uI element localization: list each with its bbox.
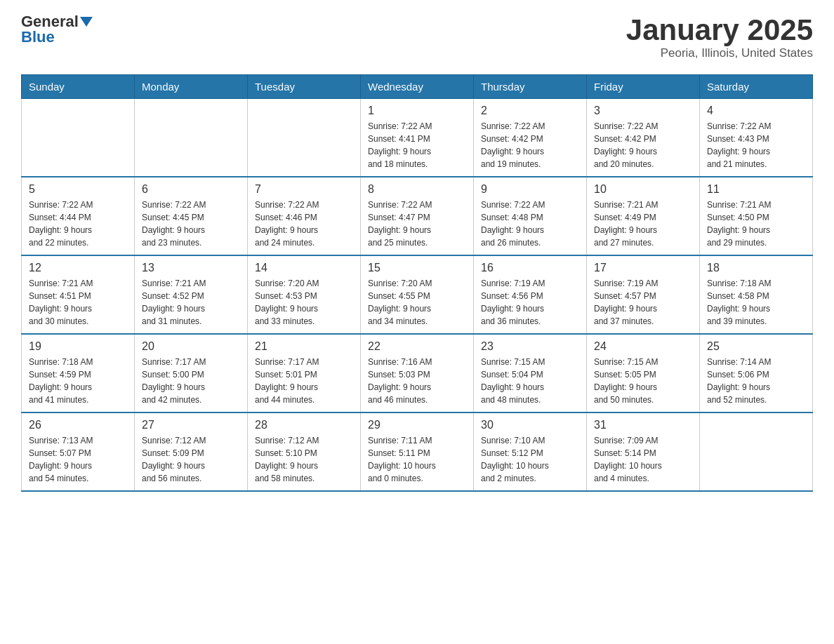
calendar-cell: 12Sunrise: 7:21 AMSunset: 4:51 PMDayligh… — [22, 255, 135, 334]
day-number: 20 — [142, 340, 240, 353]
day-info: Sunrise: 7:12 AMSunset: 5:09 PMDaylight:… — [142, 434, 240, 485]
day-number: 16 — [481, 262, 579, 274]
calendar-cell: 13Sunrise: 7:21 AMSunset: 4:52 PMDayligh… — [135, 255, 248, 334]
day-number: 17 — [594, 262, 692, 274]
day-number: 13 — [142, 262, 240, 274]
header-cell-wednesday: Wednesday — [361, 75, 474, 99]
calendar-cell: 28Sunrise: 7:12 AMSunset: 5:10 PMDayligh… — [248, 412, 361, 491]
calendar-cell: 25Sunrise: 7:14 AMSunset: 5:06 PMDayligh… — [700, 334, 813, 412]
logo: General Blue — [21, 14, 93, 45]
calendar-cell: 1Sunrise: 7:22 AMSunset: 4:41 PMDaylight… — [361, 99, 474, 177]
day-info: Sunrise: 7:10 AMSunset: 5:12 PMDaylight:… — [481, 434, 579, 485]
day-number: 3 — [594, 105, 692, 117]
calendar-cell: 21Sunrise: 7:17 AMSunset: 5:01 PMDayligh… — [248, 334, 361, 412]
day-number: 6 — [142, 183, 240, 196]
day-number: 27 — [142, 419, 240, 431]
calendar-table: SundayMondayTuesdayWednesdayThursdayFrid… — [21, 74, 813, 492]
day-number: 24 — [594, 340, 692, 353]
day-number: 2 — [481, 105, 579, 117]
calendar-cell — [135, 99, 248, 177]
calendar-cell: 16Sunrise: 7:19 AMSunset: 4:56 PMDayligh… — [474, 255, 587, 334]
calendar-cell: 6Sunrise: 7:22 AMSunset: 4:45 PMDaylight… — [135, 177, 248, 255]
header-row: SundayMondayTuesdayWednesdayThursdayFrid… — [22, 75, 813, 99]
day-info: Sunrise: 7:19 AMSunset: 4:56 PMDaylight:… — [481, 277, 579, 328]
calendar-week-row: 5Sunrise: 7:22 AMSunset: 4:44 PMDaylight… — [22, 177, 813, 255]
calendar-cell: 31Sunrise: 7:09 AMSunset: 5:14 PMDayligh… — [587, 412, 700, 491]
day-info: Sunrise: 7:22 AMSunset: 4:48 PMDaylight:… — [481, 199, 579, 249]
page-title: January 2025 — [626, 14, 813, 46]
header-cell-sunday: Sunday — [22, 75, 135, 99]
header-cell-saturday: Saturday — [700, 75, 813, 99]
calendar-week-row: 26Sunrise: 7:13 AMSunset: 5:07 PMDayligh… — [22, 412, 813, 491]
day-info: Sunrise: 7:20 AMSunset: 4:53 PMDaylight:… — [255, 277, 353, 328]
calendar-cell: 5Sunrise: 7:22 AMSunset: 4:44 PMDaylight… — [22, 177, 135, 255]
day-info: Sunrise: 7:22 AMSunset: 4:46 PMDaylight:… — [255, 199, 353, 249]
calendar-cell: 11Sunrise: 7:21 AMSunset: 4:50 PMDayligh… — [700, 177, 813, 255]
day-info: Sunrise: 7:17 AMSunset: 5:01 PMDaylight:… — [255, 356, 353, 406]
day-info: Sunrise: 7:18 AMSunset: 4:59 PMDaylight:… — [29, 356, 127, 406]
calendar-cell: 14Sunrise: 7:20 AMSunset: 4:53 PMDayligh… — [248, 255, 361, 334]
calendar-cell: 18Sunrise: 7:18 AMSunset: 4:58 PMDayligh… — [700, 255, 813, 334]
day-number: 8 — [368, 183, 466, 196]
day-info: Sunrise: 7:16 AMSunset: 5:03 PMDaylight:… — [368, 356, 466, 406]
calendar-cell: 9Sunrise: 7:22 AMSunset: 4:48 PMDaylight… — [474, 177, 587, 255]
day-number: 19 — [29, 340, 127, 353]
calendar-cell: 17Sunrise: 7:19 AMSunset: 4:57 PMDayligh… — [587, 255, 700, 334]
day-info: Sunrise: 7:13 AMSunset: 5:07 PMDaylight:… — [29, 434, 127, 485]
title-block: January 2025 Peoria, Illinois, United St… — [626, 14, 813, 60]
calendar-cell: 3Sunrise: 7:22 AMSunset: 4:42 PMDaylight… — [587, 99, 700, 177]
day-info: Sunrise: 7:15 AMSunset: 5:05 PMDaylight:… — [594, 356, 692, 406]
calendar-week-row: 12Sunrise: 7:21 AMSunset: 4:51 PMDayligh… — [22, 255, 813, 334]
day-info: Sunrise: 7:21 AMSunset: 4:51 PMDaylight:… — [29, 277, 127, 328]
calendar-cell: 20Sunrise: 7:17 AMSunset: 5:00 PMDayligh… — [135, 334, 248, 412]
day-info: Sunrise: 7:15 AMSunset: 5:04 PMDaylight:… — [481, 356, 579, 406]
logo-general-text: General — [21, 14, 79, 29]
calendar-cell: 27Sunrise: 7:12 AMSunset: 5:09 PMDayligh… — [135, 412, 248, 491]
day-info: Sunrise: 7:22 AMSunset: 4:45 PMDaylight:… — [142, 199, 240, 249]
page-header: General Blue January 2025 Peoria, Illino… — [21, 14, 813, 60]
logo-blue-text: Blue — [21, 29, 55, 45]
day-info: Sunrise: 7:21 AMSunset: 4:52 PMDaylight:… — [142, 277, 240, 328]
day-number: 4 — [707, 105, 805, 117]
calendar-cell: 24Sunrise: 7:15 AMSunset: 5:05 PMDayligh… — [587, 334, 700, 412]
calendar-week-row: 19Sunrise: 7:18 AMSunset: 4:59 PMDayligh… — [22, 334, 813, 412]
header-cell-tuesday: Tuesday — [248, 75, 361, 99]
day-info: Sunrise: 7:22 AMSunset: 4:43 PMDaylight:… — [707, 120, 805, 170]
day-info: Sunrise: 7:12 AMSunset: 5:10 PMDaylight:… — [255, 434, 353, 485]
calendar-cell: 2Sunrise: 7:22 AMSunset: 4:42 PMDaylight… — [474, 99, 587, 177]
calendar-cell: 4Sunrise: 7:22 AMSunset: 4:43 PMDaylight… — [700, 99, 813, 177]
day-info: Sunrise: 7:22 AMSunset: 4:42 PMDaylight:… — [594, 120, 692, 170]
header-cell-thursday: Thursday — [474, 75, 587, 99]
day-info: Sunrise: 7:11 AMSunset: 5:11 PMDaylight:… — [368, 434, 466, 485]
day-number: 15 — [368, 262, 466, 274]
day-number: 14 — [255, 262, 353, 274]
day-info: Sunrise: 7:21 AMSunset: 4:50 PMDaylight:… — [707, 199, 805, 249]
day-number: 12 — [29, 262, 127, 274]
calendar-header: SundayMondayTuesdayWednesdayThursdayFrid… — [22, 75, 813, 99]
calendar-cell: 19Sunrise: 7:18 AMSunset: 4:59 PMDayligh… — [22, 334, 135, 412]
day-info: Sunrise: 7:17 AMSunset: 5:00 PMDaylight:… — [142, 356, 240, 406]
day-info: Sunrise: 7:20 AMSunset: 4:55 PMDaylight:… — [368, 277, 466, 328]
day-info: Sunrise: 7:18 AMSunset: 4:58 PMDaylight:… — [707, 277, 805, 328]
calendar-cell: 22Sunrise: 7:16 AMSunset: 5:03 PMDayligh… — [361, 334, 474, 412]
day-number: 28 — [255, 419, 353, 431]
day-number: 21 — [255, 340, 353, 353]
calendar-cell — [700, 412, 813, 491]
day-number: 31 — [594, 419, 692, 431]
calendar-cell: 26Sunrise: 7:13 AMSunset: 5:07 PMDayligh… — [22, 412, 135, 491]
day-number: 30 — [481, 419, 579, 431]
day-number: 10 — [594, 183, 692, 196]
day-info: Sunrise: 7:22 AMSunset: 4:42 PMDaylight:… — [481, 120, 579, 170]
day-info: Sunrise: 7:21 AMSunset: 4:49 PMDaylight:… — [594, 199, 692, 249]
page-subtitle: Peoria, Illinois, United States — [626, 46, 813, 60]
day-info: Sunrise: 7:22 AMSunset: 4:47 PMDaylight:… — [368, 199, 466, 249]
day-number: 1 — [368, 105, 466, 117]
day-info: Sunrise: 7:14 AMSunset: 5:06 PMDaylight:… — [707, 356, 805, 406]
calendar-cell — [22, 99, 135, 177]
day-number: 9 — [481, 183, 579, 196]
header-cell-monday: Monday — [135, 75, 248, 99]
calendar-cell: 30Sunrise: 7:10 AMSunset: 5:12 PMDayligh… — [474, 412, 587, 491]
day-number: 23 — [481, 340, 579, 353]
header-cell-friday: Friday — [587, 75, 700, 99]
calendar-cell: 10Sunrise: 7:21 AMSunset: 4:49 PMDayligh… — [587, 177, 700, 255]
